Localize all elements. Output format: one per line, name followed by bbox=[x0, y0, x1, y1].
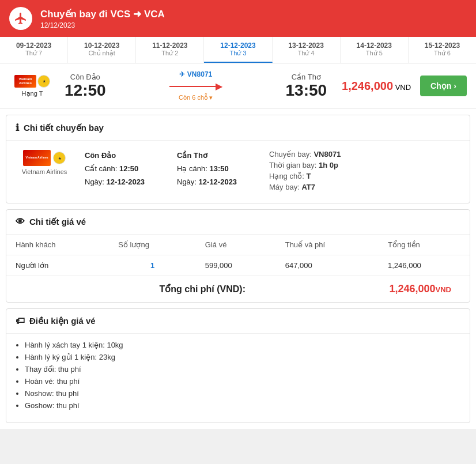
price-table-header: Hành khách Số lượng Giá vé Thuế và phí T… bbox=[6, 235, 470, 255]
arrow-line bbox=[169, 86, 216, 87]
conditions-section-title: 🏷 Điều kiện giá vé bbox=[6, 309, 470, 334]
list-item: Goshow: thu phí bbox=[25, 401, 456, 410]
detail-duration: Thời gian bay: 1h 0p bbox=[269, 161, 460, 169]
conditions-section: 🏷 Điều kiện giá vé Hành lý xách tay 1 ki… bbox=[6, 308, 470, 423]
total-amount: 1,246,000VND bbox=[389, 283, 460, 295]
flight-price: 1,246,000 VND bbox=[336, 80, 411, 93]
price-section-title: 👁 Chi tiết giá vé bbox=[6, 210, 470, 235]
col-base-price: Giá vé bbox=[196, 235, 276, 255]
passenger-qty: 1 bbox=[109, 255, 196, 276]
col-tax: Thuế và phí bbox=[276, 235, 379, 255]
passenger-type: Người lớn bbox=[6, 255, 109, 276]
date-tabs: 09-12-2023 Thứ 7 10-12-2023 Chủ nhật 11-… bbox=[0, 37, 476, 63]
tax-value: 647,000 bbox=[276, 255, 379, 276]
row-total: 1,246,000 bbox=[379, 255, 470, 276]
info-icon: ℹ bbox=[16, 122, 19, 133]
date-tab-2[interactable]: 11-12-2023 Thứ 2 bbox=[136, 37, 204, 63]
detail-info-col: Chuyến bay: VN8071 Thời gian bay: 1h 0p … bbox=[269, 150, 460, 194]
seats-available[interactable]: Còn 6 chỗ ▾ bbox=[179, 94, 213, 101]
flight-middle: ✈ VN8071 ▶ Còn 6 chỗ ▾ bbox=[115, 70, 277, 101]
detail-arrive-city: Cần Thơ bbox=[177, 151, 207, 160]
flight-number-link[interactable]: ✈ VN8071 bbox=[179, 70, 212, 78]
arrive-time: 13:50 bbox=[285, 81, 327, 100]
detail-aircraft: Máy bay: AT7 bbox=[269, 183, 460, 191]
price-currency: VND bbox=[395, 83, 411, 92]
flight-card: Vietnam Airlines ★ Hạng T Côn Đảo 12:50 … bbox=[0, 63, 476, 109]
list-item: Thay đổi: thu phí bbox=[25, 365, 456, 374]
header-date: 12/12/2023 bbox=[40, 21, 165, 29]
price-detail-section: 👁 Chi tiết giá vé Hành khách Số lượng Gi… bbox=[6, 209, 470, 303]
badge-logo: ★ bbox=[37, 75, 50, 88]
detail-airline-logos: Vietnam Airlines ★ bbox=[23, 150, 66, 166]
header-title: Chuyến bay đi VCS ➜ VCA bbox=[40, 8, 165, 20]
detail-depart-date-row: Ngày: 12-12-2023 bbox=[85, 178, 165, 186]
to-code: VCA bbox=[144, 9, 165, 20]
date-tab-6[interactable]: 15-12-2023 Thứ 6 bbox=[409, 37, 476, 63]
chevron-down-icon: ▾ bbox=[209, 94, 213, 101]
flight-arrow: ▶ bbox=[169, 81, 222, 92]
flight-detail-content: Vietnam Airlines ★ Vietnam Airlines Côn … bbox=[6, 141, 470, 203]
page-header: Chuyến bay đi VCS ➜ VCA 12/12/2023 bbox=[0, 0, 476, 37]
flight-detail-section: ℹ Chi tiết chuyến bay Vietnam Airlines ★… bbox=[6, 115, 470, 203]
arrive-info: Cần Thơ 13:50 bbox=[285, 73, 327, 100]
col-qty: Số lượng bbox=[109, 235, 196, 255]
base-price-value: 599,000 bbox=[196, 255, 276, 276]
detail-depart-col: Côn Đảo Cất cánh: 12:50 Ngày: 12-12-2023 bbox=[85, 150, 165, 191]
airline-logos: Vietnam Airlines ★ bbox=[14, 75, 50, 88]
date-tab-5[interactable]: 14-12-2023 Thứ 5 bbox=[341, 37, 409, 63]
price-table: Hành khách Số lượng Giá vé Thuế và phí T… bbox=[6, 235, 470, 276]
total-row: Tổng chi phí (VND): 1,246,000VND bbox=[6, 276, 470, 302]
arrow-head: ▶ bbox=[216, 81, 222, 92]
airline-class: Hạng T bbox=[22, 90, 43, 97]
detail-va-logo: Vietnam Airlines bbox=[23, 150, 51, 166]
date-tab-0[interactable]: 09-12-2023 Thứ 7 bbox=[0, 37, 68, 63]
plane-small-icon: ✈ bbox=[179, 70, 185, 78]
vietnam-airlines-logo: Vietnam Airlines bbox=[14, 75, 36, 88]
depart-city: Côn Đảo bbox=[65, 73, 106, 81]
detail-depart-time-row: Cất cánh: 12:50 bbox=[85, 164, 165, 173]
list-item: Noshow: thu phí bbox=[25, 389, 456, 398]
from-code: VCS bbox=[110, 9, 130, 20]
detail-arrive-date-row: Ngày: 12-12-2023 bbox=[177, 178, 258, 186]
detail-depart-city: Côn Đảo bbox=[85, 151, 116, 160]
price-value: 1,246,000 bbox=[342, 80, 393, 92]
detail-airline-name: Vietnam Airlines bbox=[22, 168, 67, 175]
col-total: Tổng tiền bbox=[379, 235, 470, 255]
detail-arrive-time-row: Hạ cánh: 13:50 bbox=[177, 164, 258, 173]
detail-section-title: ℹ Chi tiết chuyến bay bbox=[6, 115, 470, 141]
list-item: Hành lý xách tay 1 kiện: 10kg bbox=[25, 341, 456, 349]
list-item: Hành lý ký gửi 1 kiện: 23kg bbox=[25, 353, 456, 361]
airplane-icon bbox=[9, 7, 32, 30]
list-item: Hoàn vé: thu phí bbox=[25, 377, 456, 386]
header-text: Chuyến bay đi VCS ➜ VCA 12/12/2023 bbox=[40, 8, 165, 29]
date-tab-4[interactable]: 13-12-2023 Thứ 4 bbox=[273, 37, 341, 63]
detail-flight-num: Chuyến bay: VN8071 bbox=[269, 150, 460, 159]
chevron-right-icon: › bbox=[454, 81, 456, 90]
detail-airline: Vietnam Airlines ★ Vietnam Airlines bbox=[16, 150, 73, 175]
date-tab-1[interactable]: 10-12-2023 Chủ nhật bbox=[68, 37, 136, 63]
depart-info: Côn Đảo 12:50 bbox=[65, 73, 106, 100]
table-row: Người lớn 1 599,000 647,000 1,246,000 bbox=[6, 255, 470, 276]
arrive-city: Cần Thơ bbox=[285, 73, 327, 81]
conditions-list: Hành lý xách tay 1 kiện: 10kg Hành lý ký… bbox=[6, 334, 470, 422]
detail-arrive-col: Cần Thơ Hạ cánh: 13:50 Ngày: 12-12-2023 bbox=[177, 150, 258, 191]
tag-icon: 🏷 bbox=[16, 316, 25, 326]
date-tab-3[interactable]: 12-12-2023 Thứ 3 bbox=[204, 37, 272, 63]
depart-time: 12:50 bbox=[65, 81, 106, 100]
total-label: Tổng chi phí (VND): bbox=[16, 284, 389, 295]
eye-icon: 👁 bbox=[16, 217, 25, 227]
select-button[interactable]: Chọn › bbox=[420, 76, 467, 96]
airline-info: Vietnam Airlines ★ Hạng T bbox=[9, 75, 55, 97]
detail-badge-logo: ★ bbox=[53, 152, 66, 164]
detail-class: Hạng chỗ: T bbox=[269, 172, 460, 180]
col-passenger: Hành khách bbox=[6, 235, 109, 255]
